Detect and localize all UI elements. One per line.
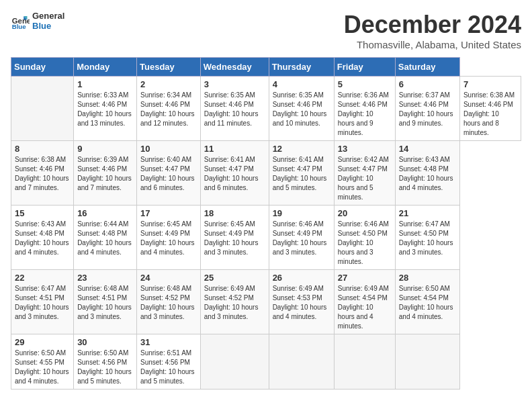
title-block: December 2024 Thomasville, Alabama, Unit…: [344, 11, 521, 50]
calendar-cell: 21Sunrise: 6:47 AMSunset: 4:50 PMDayligh…: [395, 205, 459, 270]
day-number: 6: [399, 79, 456, 89]
calendar-cell: 29Sunrise: 6:50 AMSunset: 4:55 PMDayligh…: [11, 334, 74, 390]
calendar-cell: 25Sunrise: 6:49 AMSunset: 4:52 PMDayligh…: [200, 270, 269, 334]
day-number: 5: [338, 79, 392, 89]
day-number: 23: [77, 273, 133, 283]
calendar-cell: 10Sunrise: 6:40 AMSunset: 4:47 PMDayligh…: [137, 141, 201, 205]
day-info: Sunrise: 6:46 AMSunset: 4:49 PMDaylight:…: [273, 220, 330, 257]
day-info: Sunrise: 6:44 AMSunset: 4:48 PMDaylight:…: [77, 220, 133, 257]
calendar-cell: 7Sunrise: 6:38 AMSunset: 4:46 PMDaylight…: [459, 77, 521, 141]
day-number: 1: [77, 79, 133, 89]
calendar-cell: 23Sunrise: 6:48 AMSunset: 4:51 PMDayligh…: [74, 270, 137, 334]
calendar-cell: 11Sunrise: 6:41 AMSunset: 4:47 PMDayligh…: [200, 141, 269, 205]
calendar-cell: 4Sunrise: 6:35 AMSunset: 4:46 PMDaylight…: [269, 77, 334, 141]
calendar-cell: 15Sunrise: 6:43 AMSunset: 4:48 PMDayligh…: [11, 205, 74, 270]
day-info: Sunrise: 6:45 AMSunset: 4:49 PMDaylight:…: [140, 220, 197, 257]
day-number: 8: [15, 144, 70, 154]
day-number: 27: [338, 273, 392, 283]
calendar-cell: 6Sunrise: 6:37 AMSunset: 4:46 PMDaylight…: [395, 77, 459, 141]
logo: General Blue General Blue: [11, 11, 64, 31]
day-info: Sunrise: 6:42 AMSunset: 4:47 PMDaylight:…: [338, 155, 392, 202]
header-day: Friday: [334, 58, 395, 77]
day-number: 11: [204, 144, 265, 154]
header-day: Thursday: [269, 58, 334, 77]
day-number: 24: [140, 273, 197, 283]
calendar-week-row: 29Sunrise: 6:50 AMSunset: 4:55 PMDayligh…: [11, 334, 521, 390]
header-day: Tuesday: [137, 58, 201, 77]
calendar-cell: [395, 334, 459, 390]
calendar-cell: [11, 77, 74, 141]
calendar-cell: 30Sunrise: 6:50 AMSunset: 4:56 PMDayligh…: [74, 334, 137, 390]
day-info: Sunrise: 6:51 AMSunset: 4:56 PMDaylight:…: [140, 349, 197, 386]
day-info: Sunrise: 6:50 AMSunset: 4:55 PMDaylight:…: [15, 349, 70, 386]
calendar-week-row: 8Sunrise: 6:38 AMSunset: 4:46 PMDaylight…: [11, 141, 521, 205]
calendar-cell: 3Sunrise: 6:35 AMSunset: 4:46 PMDaylight…: [200, 77, 269, 141]
day-number: 3: [204, 79, 265, 89]
day-info: Sunrise: 6:41 AMSunset: 4:47 PMDaylight:…: [273, 155, 330, 193]
day-info: Sunrise: 6:41 AMSunset: 4:47 PMDaylight:…: [204, 155, 265, 193]
day-info: Sunrise: 6:50 AMSunset: 4:56 PMDaylight:…: [77, 349, 133, 386]
logo-line2: Blue: [32, 21, 64, 31]
day-number: 4: [273, 79, 330, 89]
calendar-cell: 18Sunrise: 6:45 AMSunset: 4:49 PMDayligh…: [200, 205, 269, 270]
header-day: Wednesday: [200, 58, 269, 77]
calendar-week-row: 15Sunrise: 6:43 AMSunset: 4:48 PMDayligh…: [11, 205, 521, 270]
day-number: 21: [399, 208, 456, 218]
calendar-cell: 14Sunrise: 6:43 AMSunset: 4:48 PMDayligh…: [395, 141, 459, 205]
calendar-cell: [334, 334, 395, 390]
day-number: 30: [77, 337, 133, 347]
day-number: 13: [338, 144, 392, 154]
day-info: Sunrise: 6:43 AMSunset: 4:48 PMDaylight:…: [399, 155, 456, 193]
day-info: Sunrise: 6:46 AMSunset: 4:50 PMDaylight:…: [338, 220, 392, 267]
calendar-cell: [269, 334, 334, 390]
day-number: 7: [463, 79, 517, 89]
calendar-cell: 1Sunrise: 6:33 AMSunset: 4:46 PMDaylight…: [74, 77, 137, 141]
calendar-cell: 2Sunrise: 6:34 AMSunset: 4:46 PMDaylight…: [137, 77, 201, 141]
calendar-cell: 16Sunrise: 6:44 AMSunset: 4:48 PMDayligh…: [74, 205, 137, 270]
day-number: 12: [273, 144, 330, 154]
day-info: Sunrise: 6:36 AMSunset: 4:46 PMDaylight:…: [338, 91, 392, 138]
calendar-cell: 20Sunrise: 6:46 AMSunset: 4:50 PMDayligh…: [334, 205, 395, 270]
day-info: Sunrise: 6:37 AMSunset: 4:46 PMDaylight:…: [399, 91, 456, 128]
header-day: Saturday: [395, 58, 459, 77]
day-number: 10: [140, 144, 197, 154]
calendar-cell: 8Sunrise: 6:38 AMSunset: 4:46 PMDaylight…: [11, 141, 74, 205]
header-day: Monday: [74, 58, 137, 77]
day-number: 29: [15, 337, 70, 347]
day-info: Sunrise: 6:34 AMSunset: 4:46 PMDaylight:…: [140, 91, 197, 128]
header-row: SundayMondayTuesdayWednesdayThursdayFrid…: [11, 58, 521, 77]
day-info: Sunrise: 6:49 AMSunset: 4:53 PMDaylight:…: [273, 284, 330, 322]
day-info: Sunrise: 6:38 AMSunset: 4:46 PMDaylight:…: [463, 91, 517, 138]
calendar-cell: 28Sunrise: 6:50 AMSunset: 4:54 PMDayligh…: [395, 270, 459, 334]
day-number: 14: [399, 144, 456, 154]
day-number: 26: [273, 273, 330, 283]
day-number: 31: [140, 337, 197, 347]
day-info: Sunrise: 6:35 AMSunset: 4:46 PMDaylight:…: [204, 91, 265, 128]
day-info: Sunrise: 6:47 AMSunset: 4:51 PMDaylight:…: [15, 284, 70, 322]
day-number: 25: [204, 273, 265, 283]
calendar-cell: 31Sunrise: 6:51 AMSunset: 4:56 PMDayligh…: [137, 334, 201, 390]
calendar-cell: 22Sunrise: 6:47 AMSunset: 4:51 PMDayligh…: [11, 270, 74, 334]
location: Thomasville, Alabama, United States: [344, 39, 521, 50]
calendar-cell: 12Sunrise: 6:41 AMSunset: 4:47 PMDayligh…: [269, 141, 334, 205]
day-number: 16: [77, 208, 133, 218]
calendar-week-row: 22Sunrise: 6:47 AMSunset: 4:51 PMDayligh…: [11, 270, 521, 334]
calendar-cell: 5Sunrise: 6:36 AMSunset: 4:46 PMDaylight…: [334, 77, 395, 141]
day-info: Sunrise: 6:35 AMSunset: 4:46 PMDaylight:…: [273, 91, 330, 128]
calendar-cell: 24Sunrise: 6:48 AMSunset: 4:52 PMDayligh…: [137, 270, 201, 334]
day-info: Sunrise: 6:49 AMSunset: 4:54 PMDaylight:…: [338, 284, 392, 331]
day-number: 20: [338, 208, 392, 218]
day-info: Sunrise: 6:38 AMSunset: 4:46 PMDaylight:…: [15, 155, 70, 193]
day-info: Sunrise: 6:50 AMSunset: 4:54 PMDaylight:…: [399, 284, 456, 322]
calendar-cell: [200, 334, 269, 390]
calendar-cell: 17Sunrise: 6:45 AMSunset: 4:49 PMDayligh…: [137, 205, 201, 270]
day-number: 19: [273, 208, 330, 218]
day-number: 2: [140, 79, 197, 89]
day-info: Sunrise: 6:39 AMSunset: 4:46 PMDaylight:…: [77, 155, 133, 193]
calendar-cell: 27Sunrise: 6:49 AMSunset: 4:54 PMDayligh…: [334, 270, 395, 334]
logo-line1: General: [32, 11, 64, 21]
day-info: Sunrise: 6:47 AMSunset: 4:50 PMDaylight:…: [399, 220, 456, 257]
day-number: 17: [140, 208, 197, 218]
header-day: Sunday: [11, 58, 74, 77]
day-info: Sunrise: 6:43 AMSunset: 4:48 PMDaylight:…: [15, 220, 70, 257]
